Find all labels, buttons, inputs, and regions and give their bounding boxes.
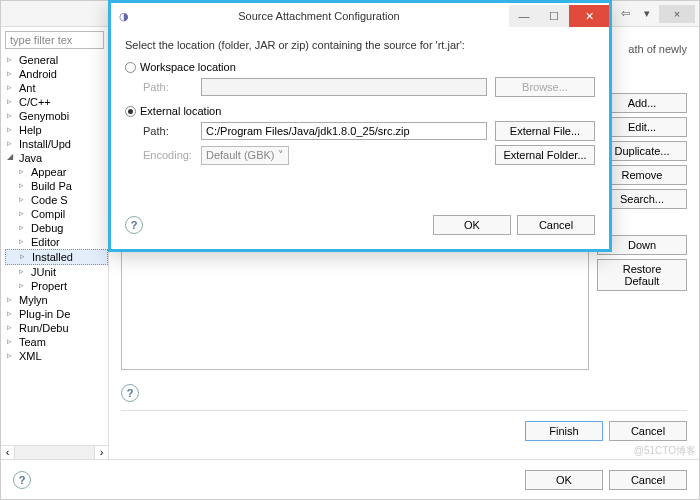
tree-item[interactable]: Install/Upd: [5, 137, 108, 151]
dialog-titlebar[interactable]: ◑ Source Attachment Configuration — ☐ ✕: [111, 3, 609, 29]
dialog-button-row: ? OK Cancel: [125, 215, 595, 235]
tree-item[interactable]: Genymobi: [5, 109, 108, 123]
ok-button[interactable]: OK: [433, 215, 511, 235]
eclipse-icon: ◑: [119, 10, 129, 23]
toolbar-close-icon[interactable]: ×: [659, 5, 695, 23]
help-icon[interactable]: ?: [13, 471, 31, 489]
scroll-right-icon[interactable]: ›: [94, 446, 108, 459]
ok-button[interactable]: OK: [525, 470, 603, 490]
scroll-left-icon[interactable]: ‹: [1, 446, 15, 459]
tree-item[interactable]: JUnit: [5, 265, 108, 279]
cancel-button[interactable]: Cancel: [609, 470, 687, 490]
tree-item[interactable]: Run/Debu: [5, 321, 108, 335]
radio-icon[interactable]: [125, 106, 136, 117]
tree-item[interactable]: Code S: [5, 193, 108, 207]
help-icon[interactable]: ?: [125, 216, 143, 234]
external-file-button[interactable]: External File...: [495, 121, 595, 141]
maximize-icon[interactable]: ☐: [539, 5, 569, 27]
sidebar: General Android Ant C/C++ Genymobi Help …: [1, 27, 109, 459]
tree-item[interactable]: Build Pa: [5, 179, 108, 193]
tree-item-installed[interactable]: Installed: [5, 249, 108, 265]
tree-hscroll[interactable]: ‹ ›: [1, 445, 108, 459]
encoding-row: Encoding: Default (GBK) ˅ External Folde…: [143, 145, 595, 165]
tree-item[interactable]: C/C++: [5, 95, 108, 109]
finish-row: Finish Cancel: [121, 410, 687, 451]
external-radio-row[interactable]: External location: [125, 105, 595, 117]
tree-item[interactable]: General: [5, 53, 108, 67]
tree-item[interactable]: Propert: [5, 279, 108, 293]
tree-item[interactable]: Mylyn: [5, 293, 108, 307]
tree-item[interactable]: Android: [5, 67, 108, 81]
cancel-button[interactable]: Cancel: [609, 421, 687, 441]
external-label: External location: [140, 105, 221, 117]
cancel-button[interactable]: Cancel: [517, 215, 595, 235]
workspace-radio-row[interactable]: Workspace location: [125, 61, 595, 73]
instruction-text: Select the location (folder, JAR or zip)…: [125, 39, 595, 51]
tree-item[interactable]: XML: [5, 349, 108, 363]
tree-item[interactable]: Plug-in De: [5, 307, 108, 321]
external-path-row: Path: External File...: [143, 121, 595, 141]
chevron-down-icon: ˅: [278, 149, 284, 161]
tree-item-java[interactable]: Java: [5, 151, 108, 165]
dialog-title: Source Attachment Configuration: [129, 10, 509, 22]
external-folder-button[interactable]: External Folder...: [495, 145, 595, 165]
dialog-body: Select the location (folder, JAR or zip)…: [111, 29, 609, 249]
bottom-bar: ? OK Cancel: [1, 459, 699, 499]
window-buttons: — ☐ ✕: [509, 5, 609, 27]
path-label: Path:: [143, 125, 193, 137]
tree-item[interactable]: Ant: [5, 81, 108, 95]
watermark: @51CTO博客: [634, 444, 696, 458]
external-path-input[interactable]: [201, 122, 487, 140]
encoding-select[interactable]: Default (GBK) ˅: [201, 146, 289, 165]
minimize-icon[interactable]: —: [509, 5, 539, 27]
tree-item[interactable]: Debug: [5, 221, 108, 235]
tree[interactable]: General Android Ant C/C++ Genymobi Help …: [1, 53, 108, 445]
workspace-label: Workspace location: [140, 61, 236, 73]
filter-input[interactable]: [5, 31, 104, 49]
finish-button[interactable]: Finish: [525, 421, 603, 441]
workspace-path-input: [201, 78, 487, 96]
tree-item[interactable]: Team: [5, 335, 108, 349]
scroll-track[interactable]: [15, 446, 94, 459]
tree-item[interactable]: Compil: [5, 207, 108, 221]
tree-item[interactable]: Appear: [5, 165, 108, 179]
encoding-value: Default (GBK): [206, 149, 274, 161]
encoding-label: Encoding:: [143, 149, 193, 161]
help-icon[interactable]: ?: [121, 384, 139, 402]
tree-item[interactable]: Help: [5, 123, 108, 137]
browse-button: Browse...: [495, 77, 595, 97]
source-attachment-dialog: ◑ Source Attachment Configuration — ☐ ✕ …: [108, 0, 612, 252]
tree-item[interactable]: Editor: [5, 235, 108, 249]
back-icon[interactable]: ⇦: [615, 5, 635, 23]
workspace-path-row: Path: Browse...: [143, 77, 595, 97]
fwd-icon[interactable]: ▾: [637, 5, 657, 23]
path-label: Path:: [143, 81, 193, 93]
radio-icon[interactable]: [125, 62, 136, 73]
restore-default-button[interactable]: Restore Default: [597, 259, 687, 291]
close-icon[interactable]: ✕: [569, 5, 609, 27]
